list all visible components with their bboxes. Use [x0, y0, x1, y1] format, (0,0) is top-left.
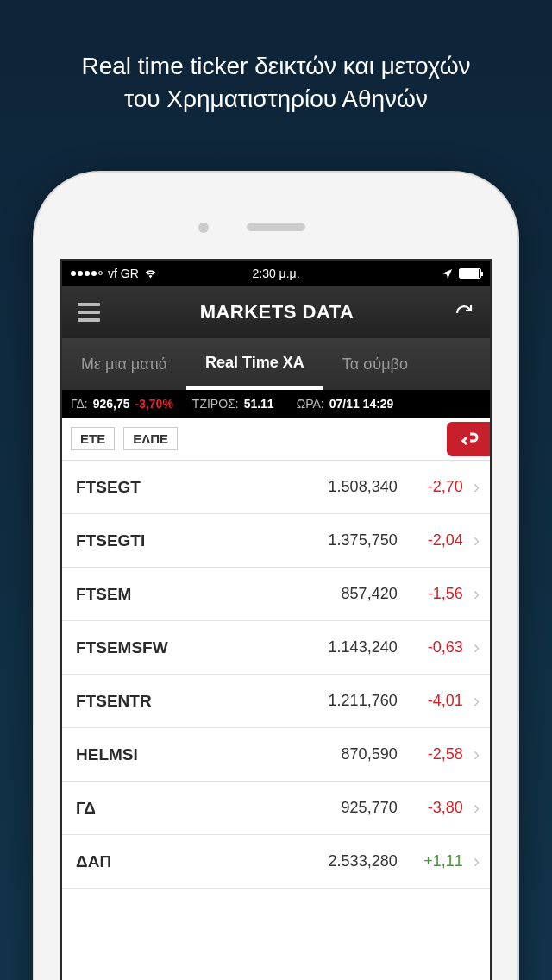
ticker-price: 1.211,760	[294, 692, 398, 710]
toggle-icon	[458, 429, 479, 449]
ticker-change: -0,63	[398, 638, 463, 656]
phone-speaker	[247, 223, 305, 231]
chevron-right-icon: ›	[474, 583, 480, 606]
ticker-row[interactable]: FTSEM857,420-1,56›	[62, 568, 490, 621]
ticker-row[interactable]: HELMSI870,590-2,58›	[62, 728, 490, 782]
ticker-price: 925,770	[294, 799, 398, 817]
battery-icon	[459, 268, 481, 279]
ticker-symbol: FTSENTR	[76, 692, 294, 711]
ticker-symbol: FTSEGT	[76, 478, 294, 497]
phone-camera	[198, 223, 209, 233]
location-icon	[441, 267, 454, 280]
ticker-list[interactable]: FTSEGT1.508,340-2,70›FTSEGTI1.375,750-2,…	[62, 461, 490, 980]
ticker-symbol: HELMSI	[76, 745, 294, 764]
phone-frame: vf GR 2:30 μ.μ. MARKETS DATA Με μια ματι…	[34, 173, 518, 980]
ticker-symbol: FTSEM	[76, 585, 294, 604]
chevron-right-icon: ›	[474, 530, 480, 552]
ticker-price: 1.508,340	[294, 478, 398, 496]
carrier-label: vf GR	[108, 267, 139, 280]
status-bar: vf GR 2:30 μ.μ.	[62, 261, 490, 286]
chevron-right-icon: ›	[474, 744, 480, 766]
ticker-price: 1.375,750	[294, 531, 398, 550]
tab-2[interactable]: Τα σύμβο	[323, 338, 427, 390]
tab-bar: Με μια ματιάReal Time XAΤα σύμβο	[62, 338, 490, 390]
ticker-change: +1,11	[398, 852, 463, 870]
menu-icon[interactable]	[78, 303, 100, 322]
nav-bar: MARKETS DATA	[62, 286, 490, 338]
wifi-icon	[144, 267, 157, 280]
ticker-price: 1.143,240	[294, 638, 398, 656]
toggle-button[interactable]	[447, 422, 490, 456]
ora-label: ΩΡΑ:	[297, 397, 324, 411]
status-time: 2:30 μ.μ.	[208, 267, 345, 280]
filter-row: ΕΤΕΕΛΠΕ	[62, 418, 490, 461]
ticker-row[interactable]: ΓΔ925,770-3,80›	[62, 782, 490, 835]
filter-chip[interactable]: ΕΤΕ	[71, 427, 115, 450]
gd-label: ΓΔ:	[71, 397, 88, 411]
refresh-icon[interactable]	[454, 302, 474, 323]
chevron-right-icon: ›	[474, 797, 480, 820]
chevron-right-icon: ›	[474, 690, 480, 713]
ticker-change: -2,70	[398, 478, 463, 496]
tziros-label: ΤΖΙΡΟΣ:	[192, 397, 239, 411]
app-screen: vf GR 2:30 μ.μ. MARKETS DATA Με μια ματι…	[60, 259, 492, 980]
ticker-row[interactable]: FTSEMSFW1.143,240-0,63›	[62, 621, 490, 675]
filter-chip[interactable]: ΕΛΠΕ	[123, 427, 178, 450]
ticker-symbol: ΔΑΠ	[76, 852, 294, 871]
ticker-symbol: FTSEGTI	[76, 531, 294, 550]
signal-dots-icon	[71, 271, 103, 276]
ticker-symbol: ΓΔ	[76, 799, 294, 818]
page-title: MARKETS DATA	[100, 301, 454, 324]
gd-value: 926,75	[93, 397, 130, 411]
ticker-row[interactable]: FTSEGTI1.375,750-2,04›	[62, 514, 490, 568]
gd-change: -3,70%	[135, 397, 173, 411]
ticker-symbol: FTSEMSFW	[76, 638, 294, 657]
promo-headline: Real time ticker δεικτών και μετοχών του…	[0, 0, 552, 116]
ticker-row[interactable]: ΔΑΠ2.533,280+1,11›	[62, 835, 490, 889]
ticker-price: 2.533,280	[294, 852, 398, 870]
ticker-price: 857,420	[294, 585, 398, 603]
ticker-row[interactable]: FTSEGT1.508,340-2,70›	[62, 461, 490, 514]
ticker-change: -2,58	[398, 745, 463, 763]
ticker-change: -3,80	[398, 799, 463, 817]
tab-0[interactable]: Με μια ματιά	[62, 338, 186, 390]
ticker-change: -2,04	[398, 531, 463, 550]
ticker-row[interactable]: FTSENTR1.211,760-4,01›	[62, 675, 490, 728]
chevron-right-icon: ›	[474, 637, 480, 659]
chevron-right-icon: ›	[474, 476, 480, 499]
ora-value: 07/11 14:29	[329, 397, 394, 411]
chevron-right-icon: ›	[474, 851, 480, 873]
ticker-change: -4,01	[398, 692, 463, 710]
ticker-price: 870,590	[294, 745, 398, 763]
ticker-change: -1,56	[398, 585, 463, 603]
tziros-value: 51.11	[244, 397, 274, 411]
tab-1[interactable]: Real Time XA	[186, 338, 323, 390]
market-info-bar: ΓΔ: 926,75 -3,70% ΤΖΙΡΟΣ: 51.11 ΩΡΑ: 07/…	[62, 390, 490, 418]
